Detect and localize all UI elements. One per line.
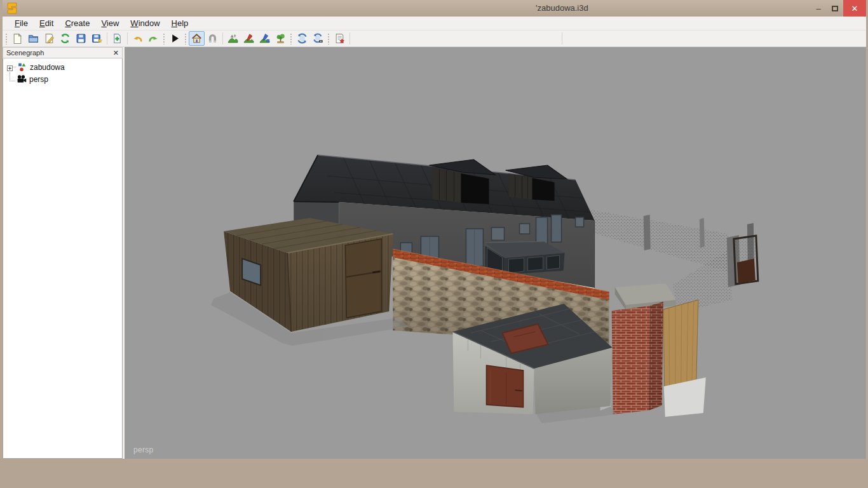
save-button[interactable]	[73, 31, 89, 46]
redo-arrow-icon	[148, 33, 159, 44]
toolbar-grip[interactable]	[184, 33, 187, 44]
viewport-3d[interactable]: persp	[125, 47, 866, 459]
redo-button[interactable]	[146, 31, 161, 46]
toolbar-separator	[349, 32, 350, 44]
main-area: Scenegraph ✕ zabudowa	[3, 47, 866, 459]
viewport-camera-label: persp	[133, 445, 154, 454]
scenegraph-tree[interactable]: zabudowa persp	[3, 58, 123, 459]
maximize-icon	[832, 6, 838, 11]
reload-textures-icon	[313, 33, 323, 44]
script-reload-icon	[334, 33, 345, 44]
reload-icon	[60, 33, 71, 44]
script-reload-button[interactable]	[332, 31, 348, 46]
maximize-button[interactable]	[827, 0, 843, 17]
reload-shaders-icon	[297, 33, 308, 44]
tree-node-label: persp	[29, 75, 48, 84]
new-file-icon	[12, 33, 23, 44]
toolbar-separator	[107, 32, 107, 44]
menu-window[interactable]: Window	[125, 17, 165, 29]
garage-door	[486, 365, 523, 407]
editor-window: 'zabudowa.i3d – ✕ File Edit Create View …	[0, 0, 868, 459]
transform-group-icon	[17, 63, 27, 72]
menu-bar: File Edit Create View Window Help	[3, 17, 866, 30]
terrain-paint-button[interactable]	[257, 31, 273, 46]
toolbar-grip[interactable]	[327, 33, 330, 44]
snap-magnet-button[interactable]	[205, 31, 220, 46]
terrain-sculpt-icon	[227, 33, 238, 44]
toolbar-grip[interactable]	[163, 33, 166, 44]
tree-node-label: zabudowa	[29, 63, 65, 72]
scenegraph-panel: Scenegraph ✕ zabudowa	[3, 47, 123, 459]
foliage-paint-icon	[275, 33, 286, 44]
scenegraph-title: Scenegraph	[6, 49, 44, 57]
open-file-button[interactable]	[25, 31, 41, 46]
terrain-sculpt-button[interactable]	[225, 31, 241, 46]
undo-button[interactable]	[130, 31, 146, 46]
panel-close-icon[interactable]: ✕	[113, 50, 119, 56]
foliage-paint-button[interactable]	[273, 31, 288, 46]
window-title: 'zabudowa.i3d	[536, 3, 588, 13]
toolbar	[3, 30, 866, 47]
reload-button[interactable]	[57, 31, 73, 46]
save-as-button[interactable]	[89, 31, 105, 46]
edit-file-button[interactable]	[41, 31, 57, 46]
toolbar-grip[interactable]	[5, 33, 8, 44]
menu-file[interactable]: File	[9, 17, 34, 29]
close-button[interactable]: ✕	[843, 0, 866, 17]
menu-create[interactable]: Create	[59, 17, 95, 29]
save-floppy-icon	[76, 33, 86, 44]
frame-home-button[interactable]	[189, 31, 205, 46]
toolbar-grip[interactable]	[290, 33, 293, 44]
tree-node-persp[interactable]: persp	[3, 73, 122, 85]
terrain-paint-icon	[259, 33, 270, 44]
tree-connector	[13, 67, 16, 67]
home-icon	[191, 33, 202, 44]
edit-page-icon	[44, 33, 55, 44]
import-page-icon	[112, 33, 123, 44]
play-icon	[170, 33, 180, 44]
toolbar-separator	[127, 32, 128, 44]
menu-help[interactable]: Help	[166, 17, 194, 29]
open-folder-icon	[28, 33, 39, 44]
menu-view[interactable]: View	[95, 17, 125, 29]
play-button[interactable]	[167, 31, 183, 46]
camera-icon	[17, 75, 26, 84]
minimize-button[interactable]: –	[810, 0, 827, 17]
shed-door	[345, 239, 381, 318]
tree-connector	[10, 72, 15, 81]
save-as-floppy-icon	[92, 33, 102, 44]
reload-textures-button[interactable]	[310, 31, 326, 46]
magnet-icon	[207, 33, 218, 44]
scenegraph-header[interactable]: Scenegraph ✕	[3, 47, 123, 58]
barn-dormer-1	[429, 159, 495, 204]
import-button[interactable]	[109, 31, 125, 46]
undo-arrow-icon	[132, 33, 143, 44]
reload-shaders-button[interactable]	[294, 31, 310, 46]
tree-node-zabudowa[interactable]: zabudowa	[3, 61, 122, 73]
new-file-button[interactable]	[10, 31, 25, 46]
scene-render	[125, 47, 866, 459]
titlebar[interactable]: 'zabudowa.i3d – ✕	[3, 0, 866, 17]
wooden-gate-panel[interactable]	[663, 300, 698, 389]
giants-editor-logo-icon	[6, 2, 18, 15]
toolbar-divider	[562, 32, 562, 44]
expand-toggle-icon[interactable]	[7, 64, 13, 70]
fence-gate[interactable]	[727, 235, 758, 287]
toolbar-separator	[222, 32, 223, 44]
terrain-smooth-button[interactable]	[241, 31, 257, 46]
terrain-smooth-icon	[243, 33, 254, 44]
menu-edit[interactable]: Edit	[34, 17, 59, 29]
